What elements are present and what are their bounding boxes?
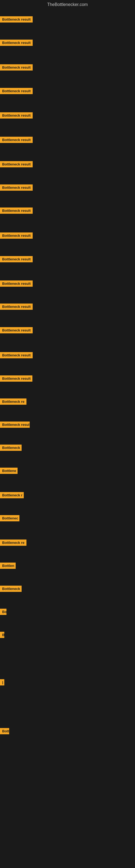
bottleneck-result-item[interactable]: Bottleneck result [0, 137, 33, 144]
bottleneck-result-item[interactable]: Bottleneck result [0, 280, 33, 288]
bottleneck-result-item[interactable]: Bottleneck result [0, 112, 33, 120]
bottleneck-badge: Bottleneck result [0, 112, 33, 119]
bottleneck-result-item[interactable]: Bottleneck result [0, 88, 33, 95]
bottleneck-badge: Bottleneck result [0, 88, 33, 94]
bottleneck-badge: Bottleneck [0, 586, 21, 592]
bottleneck-result-item[interactable]: Bottleneck result [0, 327, 33, 335]
bottleneck-result-item[interactable]: Bottleneck result [0, 40, 33, 47]
bottleneck-badge: Bottleneck resul [0, 422, 30, 428]
bottleneck-result-item[interactable]: Bottleneck result [0, 375, 32, 383]
bottleneck-badge: Bott [0, 728, 9, 734]
bottleneck-result-item[interactable]: Bottleneck [0, 586, 21, 593]
bottleneck-result-item[interactable]: Bo [0, 609, 6, 616]
bottleneck-badge: Bottleneck [0, 444, 21, 451]
bottleneck-badge: Bottleneck result [0, 184, 33, 191]
bottleneck-badge: Bottleneck result [0, 161, 33, 167]
bottleneck-badge: Bottleneck result [0, 64, 33, 70]
bottleneck-badge: Bottleneck r [0, 492, 24, 498]
bottleneck-result-item[interactable]: Bottleneck resul [0, 422, 30, 429]
bottleneck-badge: Bottleneck result [0, 232, 33, 239]
bottleneck-result-item[interactable]: Bottlen [0, 563, 16, 570]
bottleneck-badge: Bottleneck result [0, 327, 33, 333]
bottleneck-result-item[interactable]: Bottleneck re [0, 399, 27, 406]
bottleneck-result-item[interactable]: Bottlene [0, 468, 17, 475]
bottleneck-badge: B [0, 632, 4, 638]
bottleneck-badge: Bottlene [0, 468, 17, 474]
bottleneck-badge: Bottleneck result [0, 16, 33, 23]
bottleneck-result-item[interactable]: Bottleneck re [0, 539, 27, 547]
bottleneck-result-item[interactable]: Bottleneck result [0, 64, 33, 72]
bottleneck-result-item[interactable]: Bottleneck result [0, 184, 33, 192]
site-title: TheBottlenecker.com [0, 0, 135, 9]
bottleneck-badge: Bottlenec [0, 515, 19, 521]
bottleneck-badge: Bottleneck result [0, 280, 33, 287]
bottleneck-badge: Bottleneck result [0, 304, 33, 310]
bottleneck-badge: Bo [0, 609, 6, 615]
bottleneck-result-item[interactable]: Bottleneck result [0, 16, 33, 24]
bottleneck-result-item[interactable]: | [0, 679, 4, 686]
bottleneck-badge: Bottleneck result [0, 208, 33, 214]
bottleneck-badge: | [0, 679, 4, 685]
bottleneck-result-item[interactable]: Bottleneck result [0, 256, 33, 264]
bottleneck-result-item[interactable]: Bottleneck result [0, 161, 33, 168]
bottleneck-result-item[interactable]: Bottleneck result [0, 304, 33, 311]
bottleneck-badge: Bottleneck result [0, 256, 33, 262]
bottleneck-badge: Bottlen [0, 563, 16, 569]
bottleneck-result-item[interactable]: Bottleneck [0, 444, 21, 452]
bottleneck-result-item[interactable]: Bottleneck result [0, 352, 33, 360]
bottleneck-badge: Bottleneck result [0, 40, 33, 46]
bottleneck-badge: Bottleneck re [0, 539, 27, 546]
bottleneck-badge: Bottleneck result [0, 375, 32, 382]
bottleneck-result-item[interactable]: B [0, 632, 4, 639]
bottleneck-result-item[interactable]: Bott [0, 728, 9, 735]
bottleneck-result-item[interactable]: Bottleneck result [0, 208, 33, 215]
bottleneck-badge: Bottleneck result [0, 352, 33, 358]
bottleneck-result-item[interactable]: Bottleneck result [0, 232, 33, 240]
bottleneck-badge: Bottleneck re [0, 399, 27, 405]
bottleneck-result-item[interactable]: Bottleneck r [0, 492, 24, 499]
bottleneck-result-item[interactable]: Bottlenec [0, 515, 19, 522]
bottleneck-badge: Bottleneck result [0, 137, 33, 143]
